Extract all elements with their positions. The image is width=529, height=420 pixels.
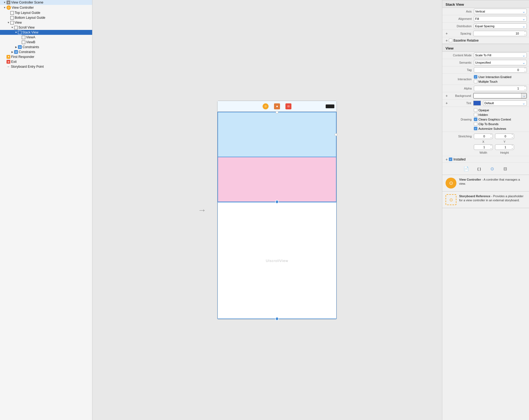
scene-arrow xyxy=(3,1,7,4)
constraints-outer-label: Constraints xyxy=(19,50,35,54)
axis-select[interactable]: Vertical xyxy=(474,9,527,14)
semantic-row: Semantic Unspecified xyxy=(442,59,529,66)
stretch-height-label: Height xyxy=(495,151,514,154)
autoresize-checkbox[interactable] xyxy=(474,127,477,130)
stack-view-container xyxy=(217,112,337,202)
semantic-select[interactable]: Unspecified xyxy=(474,60,527,65)
table-icon[interactable]: ⊟ xyxy=(502,165,509,172)
alpha-label: Alpha xyxy=(444,87,472,90)
baseline-checkbox[interactable] xyxy=(449,39,452,42)
tag-label: Tag xyxy=(444,68,472,72)
stretch-width-input[interactable]: 1 xyxy=(474,144,493,150)
tint-color-swatch[interactable] xyxy=(473,101,481,106)
opaque-checkbox[interactable] xyxy=(474,108,477,112)
spacing-plus[interactable]: + xyxy=(444,31,449,36)
stretch-y-input[interactable]: 0 xyxy=(495,134,514,139)
constraints-outer-icon: ⊞ xyxy=(14,50,18,54)
spacing-row: + Spacing 10 xyxy=(442,30,529,37)
scroll-view-icon xyxy=(14,26,18,29)
constraints-inner-label: Constraints xyxy=(23,45,39,49)
scene-title-row[interactable]: ⊞ View Controller Scene xyxy=(0,0,92,5)
scroll-view-arrow xyxy=(10,26,14,29)
exit-label: Exit xyxy=(11,60,17,64)
axis-row: Axis Vertical xyxy=(442,8,529,15)
distribution-select[interactable]: Equal Spacing xyxy=(474,23,527,29)
alpha-value: 1 xyxy=(474,87,523,90)
tree-item-top-layout[interactable]: Top Layout Guide xyxy=(0,10,92,15)
tint-plus[interactable]: + xyxy=(444,101,449,105)
multiple-touch-checkbox[interactable] xyxy=(474,80,477,83)
clip-to-bounds-checkbox[interactable] xyxy=(474,122,477,126)
tag-value: 0 xyxy=(474,68,523,72)
installed-plus[interactable]: + xyxy=(444,157,449,162)
tree-item-scroll-view[interactable]: Scroll View xyxy=(0,25,92,30)
tree-item-stack-view[interactable]: Stack View xyxy=(0,30,92,35)
alignment-select[interactable]: Fill xyxy=(474,16,527,21)
tree-item-exit[interactable]: ⊠ Exit xyxy=(0,59,92,64)
canvas-area: → ⊙ ■ ⊟ xyxy=(92,0,442,420)
storyboard-entry-icon: → xyxy=(7,65,10,69)
stack-view-arrow xyxy=(14,30,18,34)
tree-item-viewB[interactable]: ViewB xyxy=(0,40,92,45)
constraints-inner-icon: ⊞ xyxy=(18,45,22,49)
tree-item-first-responder[interactable]: ⚑ First Responder xyxy=(0,54,92,59)
tree-item-bottom-layout[interactable]: Bottom Layout Guide xyxy=(0,15,92,20)
clears-graphics-checkbox[interactable] xyxy=(474,118,477,121)
entry-arrow: → xyxy=(198,205,206,215)
stretching-inputs-row: 0 0 xyxy=(474,134,527,139)
hidden-checkbox[interactable] xyxy=(474,113,477,116)
tree-item-constraints-outer[interactable]: ⊞ Constraints xyxy=(0,50,92,54)
tint-select[interactable]: Default xyxy=(483,100,527,106)
tree-item-vc[interactable]: ⊙ View Controller xyxy=(0,5,92,10)
alignment-label: Alignment xyxy=(444,17,472,20)
storyboard-info-text: Storyboard Reference - Provides a placeh… xyxy=(459,194,526,203)
baseline-plus[interactable]: + xyxy=(444,38,449,43)
installed-checkbox[interactable] xyxy=(449,158,452,161)
background-color-swatch[interactable]: ⌄ xyxy=(473,93,527,98)
scroll-view-label: Scroll View xyxy=(18,26,35,29)
constraints-outer-arrow xyxy=(10,50,14,54)
stack-view-label: Stack View xyxy=(22,30,38,34)
circle-icon[interactable]: ⊙ xyxy=(489,165,496,172)
view-icon xyxy=(10,21,14,24)
tree-item-storyboard-entry[interactable]: → Storyboard Entry Point xyxy=(0,64,92,69)
content-mode-select[interactable]: Scale To Fill xyxy=(474,53,527,58)
scene-title-label: View Controller Scene xyxy=(11,1,43,4)
stretch-width-value: 1 xyxy=(474,146,489,149)
stretch-x-input[interactable]: 0 xyxy=(474,134,493,139)
tag-input[interactable]: 0 xyxy=(474,67,527,73)
distribution-select-value: Equal Spacing xyxy=(475,24,494,28)
stretching-row: Stretching 0 0 X Y 1 xyxy=(442,132,529,156)
view-section-title: View xyxy=(442,44,529,52)
autoresize-label: Autoresize Subviews xyxy=(478,127,506,130)
stretch-height-input[interactable]: 1 xyxy=(495,144,514,150)
stretch-height-value: 1 xyxy=(495,146,510,149)
user-interaction-row: User Interaction Enabled xyxy=(474,75,527,79)
tree-item-view[interactable]: View xyxy=(0,20,92,25)
tint-label: Tint xyxy=(449,101,471,105)
axis-label: Axis xyxy=(444,10,472,13)
viewA-label: ViewA xyxy=(26,35,35,39)
distribution-row: Distribution Equal Spacing xyxy=(442,23,529,30)
axis-value[interactable]: Vertical xyxy=(474,9,527,14)
scene-tree: ⊞ View Controller Scene ⊙ View Controlle… xyxy=(0,0,92,420)
viewB-icon xyxy=(22,41,25,44)
alpha-input[interactable]: 1 xyxy=(474,86,527,91)
user-interaction-checkbox[interactable] xyxy=(474,75,477,79)
viewB-label: ViewB xyxy=(26,40,35,44)
background-plus[interactable]: + xyxy=(444,94,449,98)
tree-item-viewA[interactable]: ViewA xyxy=(0,35,92,40)
multiple-touch-label: Multiple Touch xyxy=(478,80,497,83)
stretching-label: Stretching xyxy=(444,135,472,138)
interaction-label: Interaction xyxy=(444,78,472,81)
stretch-x-axis-label: X xyxy=(474,140,493,143)
spacing-input[interactable]: 10 xyxy=(473,31,527,36)
file-icon[interactable]: 📄 xyxy=(463,165,469,172)
alignment-select-value: Fill xyxy=(475,17,479,20)
brackets-icon[interactable]: { } xyxy=(476,165,483,172)
top-bar-circle-icon: ⊙ xyxy=(263,103,269,109)
bottom-layout-icon xyxy=(10,16,14,20)
constraints-inner-arrow xyxy=(14,45,18,49)
tree-item-constraints-inner[interactable]: ⊞ Constraints xyxy=(0,45,92,50)
handle-top xyxy=(276,111,278,114)
